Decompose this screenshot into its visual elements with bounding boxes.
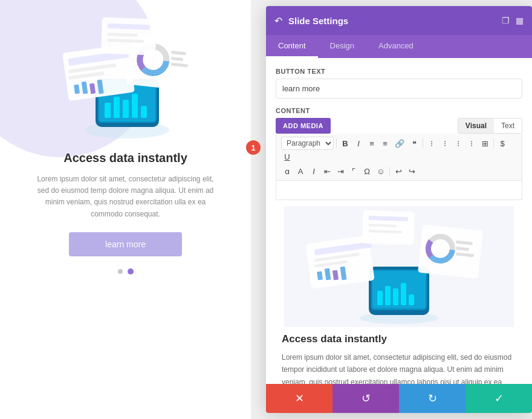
svg-rect-8 — [141, 106, 147, 118]
redo-button[interactable]: ↻ — [399, 384, 465, 413]
undo-button[interactable]: ↺ — [332, 384, 399, 413]
slide-illustration — [35, 12, 216, 145]
visual-text-toggle: Visual Text — [458, 118, 522, 134]
dot-1[interactable] — [118, 269, 123, 274]
expand-icon[interactable]: ❐ — [502, 16, 510, 25]
slide-text-area: Access data instantly Lorem ipsum dolor … — [0, 151, 251, 256]
dot-2[interactable] — [128, 268, 134, 274]
italic2-button[interactable]: I — [308, 166, 320, 177]
editor-area[interactable] — [276, 181, 522, 200]
svg-rect-5 — [114, 97, 120, 118]
button-text-label: Button Text — [276, 68, 522, 75]
editor-toolbar-top: ADD MEDIA Visual Text — [276, 118, 522, 134]
step-badge: 1 — [246, 140, 261, 155]
editor-toolbar: Paragraph B I ≡ ≡ 🔗 ❝ ⁝ ⁝ ⁝ ⁝ ⊞ $ — [276, 134, 522, 181]
panel-header-right: ❐ ▦ — [502, 16, 524, 25]
panel-header-left: ↶ Slide Settings — [274, 15, 348, 27]
toolbar-sep-4 — [389, 167, 390, 177]
toolbar-sep-3 — [493, 138, 494, 148]
table-button[interactable]: ⊞ — [479, 138, 491, 149]
panel-preview-title: Access data instantly — [282, 333, 516, 345]
panel-preview-text: Access data instantly Lorem ipsum dolor … — [276, 333, 522, 384]
svg-rect-34 — [385, 286, 391, 305]
dollar-button[interactable]: $ — [496, 138, 508, 149]
undo-toolbar-button[interactable]: ↩ — [392, 166, 404, 177]
svg-rect-33 — [377, 291, 383, 305]
visual-toggle-button[interactable]: Visual — [458, 119, 494, 133]
outdent-button[interactable]: ⇤ — [321, 166, 333, 177]
panel-preview-body: Lorem ipsum dolor sit amet, consectetur … — [282, 351, 516, 384]
svg-rect-53 — [362, 210, 415, 245]
link-button[interactable]: 🔗 — [392, 138, 407, 149]
toolbar-row-2: ɑ A I ⇤ ⇥ ⌜ Ω ☺ ↩ ↪ — [281, 166, 517, 177]
redo-toolbar-button[interactable]: ↪ — [406, 166, 418, 177]
panel-tabs: Content Design Advanced — [266, 35, 532, 58]
slide-learn-more-button[interactable]: learn more — [69, 232, 182, 256]
slide-dots — [118, 268, 134, 274]
unordered-list-button[interactable]: ≡ — [366, 138, 378, 149]
columns-icon[interactable]: ▦ — [516, 16, 524, 25]
svg-rect-36 — [401, 283, 406, 305]
ordered-list-button[interactable]: ≡ — [379, 138, 391, 149]
panel-actions: ✕ ↺ ↻ ✓ — [266, 384, 532, 413]
bold-button[interactable]: B — [339, 138, 351, 149]
text-color-button[interactable]: A — [294, 166, 307, 177]
panel-header: ↶ Slide Settings ❐ ▦ — [266, 6, 532, 35]
toolbar-sep-1 — [336, 138, 337, 148]
underline-button[interactable]: U — [281, 151, 293, 163]
undo-icon: ↺ — [362, 392, 371, 405]
align-center-button[interactable]: ⁝ — [439, 138, 451, 149]
redo-icon: ↻ — [428, 392, 437, 405]
svg-rect-37 — [409, 294, 414, 305]
omega-button[interactable]: Ω — [361, 166, 373, 177]
content-section: Content ADD MEDIA Visual Text Paragraph … — [276, 107, 522, 200]
add-media-button[interactable]: ADD MEDIA — [276, 118, 331, 134]
blockquote-button[interactable]: ❝ — [408, 138, 420, 149]
panel-preview-illustration — [276, 206, 522, 327]
emoji-button[interactable]: ☺ — [374, 166, 387, 177]
toolbar-row-1: Paragraph B I ≡ ≡ 🔗 ❝ ⁝ ⁝ ⁝ ⁝ ⊞ $ — [281, 137, 517, 163]
svg-rect-4 — [105, 103, 111, 118]
paragraph-select[interactable]: Paragraph — [281, 137, 334, 150]
fullscreen-button[interactable]: ⌜ — [348, 166, 360, 177]
cancel-icon: ✕ — [295, 392, 304, 405]
svg-rect-7 — [132, 94, 138, 118]
content-label: Content — [276, 107, 522, 114]
tab-content[interactable]: Content — [266, 35, 318, 58]
toolbar-sep-2 — [423, 138, 423, 148]
justify-button[interactable]: ⁝ — [465, 138, 478, 149]
confirm-icon: ✓ — [495, 392, 504, 405]
settings-panel: ↶ Slide Settings ❐ ▦ Content Design Adva… — [266, 6, 532, 413]
panel-title: Slide Settings — [288, 16, 348, 26]
text-toggle-button[interactable]: Text — [494, 119, 522, 133]
tab-advanced[interactable]: Advanced — [366, 35, 426, 58]
slide-title: Access data instantly — [36, 151, 215, 165]
slide-body: Lorem ipsum dolor sit amet, consectetur … — [36, 174, 215, 220]
back-icon[interactable]: ↶ — [274, 15, 282, 27]
strikethrough-button[interactable]: ɑ — [281, 166, 293, 177]
button-text-input[interactable] — [276, 79, 522, 99]
align-left-button[interactable]: ⁝ — [426, 138, 438, 149]
panel-content[interactable]: Button Text Content ADD MEDIA Visual Tex… — [266, 58, 532, 384]
align-right-button[interactable]: ⁝ — [452, 138, 464, 149]
italic-button[interactable]: I — [352, 138, 365, 149]
svg-rect-35 — [393, 288, 398, 305]
confirm-button[interactable]: ✓ — [465, 384, 532, 413]
slide-preview: Access data instantly Lorem ipsum dolor … — [0, 0, 251, 419]
svg-rect-6 — [123, 100, 129, 118]
tab-design[interactable]: Design — [318, 35, 366, 58]
indent-button[interactable]: ⇥ — [334, 166, 346, 177]
cancel-button[interactable]: ✕ — [266, 384, 332, 413]
